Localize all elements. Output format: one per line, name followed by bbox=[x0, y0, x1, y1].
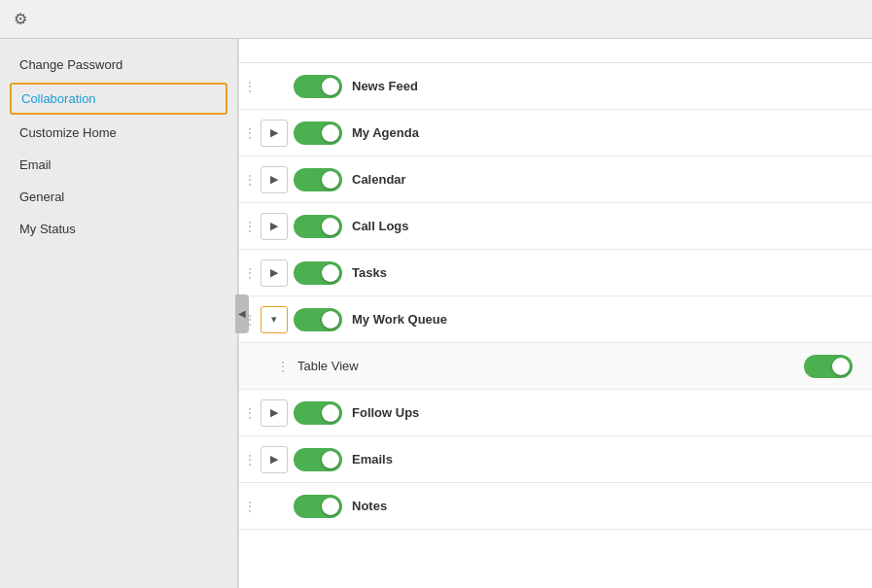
row-label-my-work-queue: My Work Queue bbox=[352, 312, 872, 327]
drag-handle-notes[interactable]: ⋮ bbox=[239, 500, 261, 513]
toggle-notes[interactable] bbox=[294, 495, 342, 518]
row-follow-ups: ⋮▶Follow Ups bbox=[239, 390, 872, 436]
toggle-sub-table-view[interactable] bbox=[804, 355, 853, 378]
drag-handle-tasks[interactable]: ⋮ bbox=[239, 266, 261, 280]
main-layout: Change PasswordCollaborationCustomize Ho… bbox=[0, 39, 872, 588]
sidebar-collapse-button[interactable]: ◀ bbox=[235, 294, 249, 333]
row-label-call-logs: Call Logs bbox=[352, 219, 872, 233]
row-label-news-feed: News Feed bbox=[352, 79, 872, 93]
row-calendar: ⋮▶Calendar bbox=[239, 156, 872, 203]
sub-row-table-view: ⋮Table View bbox=[239, 343, 872, 390]
toggle-my-agenda[interactable] bbox=[294, 121, 342, 145]
sidebar-item-change-password[interactable]: Change Password bbox=[0, 49, 237, 81]
toggle-calendar[interactable] bbox=[294, 168, 342, 191]
drag-handle-follow-ups[interactable]: ⋮ bbox=[239, 406, 261, 420]
expand-btn-follow-ups[interactable]: ▶ bbox=[261, 399, 288, 427]
header: ⚙ bbox=[0, 0, 872, 39]
row-label-tasks: Tasks bbox=[352, 265, 872, 280]
toggle-news-feed[interactable] bbox=[294, 75, 342, 98]
expand-btn-calendar[interactable]: ▶ bbox=[261, 166, 288, 193]
sidebar-item-general[interactable]: General bbox=[0, 181, 237, 213]
row-my-agenda: ⋮▶My Agenda bbox=[239, 110, 872, 156]
row-label-emails: Emails bbox=[352, 452, 872, 467]
drag-handle-news-feed[interactable]: ⋮ bbox=[239, 80, 261, 93]
sidebar-item-email[interactable]: Email bbox=[0, 149, 237, 181]
no-expand-notes bbox=[261, 493, 288, 520]
row-my-work-queue: ⋮▾My Work Queue bbox=[239, 296, 872, 343]
toggle-emails[interactable] bbox=[294, 448, 342, 471]
toggle-my-work-queue[interactable] bbox=[294, 308, 342, 331]
row-news-feed: ⋮News Feed bbox=[239, 63, 872, 110]
sidebar-item-customize-home[interactable]: Customize Home bbox=[0, 117, 237, 149]
preferences-icon: ⚙ bbox=[14, 10, 27, 28]
drag-handle-call-logs[interactable]: ⋮ bbox=[239, 220, 261, 233]
toggle-follow-ups[interactable] bbox=[294, 401, 342, 425]
row-tasks: ⋮▶Tasks bbox=[239, 250, 872, 296]
sidebar-item-my-status[interactable]: My Status bbox=[0, 213, 237, 245]
drag-handle-my-agenda[interactable]: ⋮ bbox=[239, 126, 261, 140]
no-expand-news-feed bbox=[261, 73, 288, 100]
content-title bbox=[239, 39, 872, 63]
row-label-notes: Notes bbox=[352, 499, 872, 513]
toggle-call-logs[interactable] bbox=[294, 215, 342, 238]
sidebar-item-collaboration[interactable]: Collaboration bbox=[10, 83, 227, 115]
sub-row-label-table-view: Table View bbox=[297, 359, 804, 373]
drag-handle-emails[interactable]: ⋮ bbox=[239, 453, 261, 467]
expand-btn-call-logs[interactable]: ▶ bbox=[261, 213, 288, 240]
drag-handle-sub-table-view[interactable]: ⋮ bbox=[268, 360, 297, 373]
sidebar: Change PasswordCollaborationCustomize Ho… bbox=[0, 39, 238, 588]
expand-btn-emails[interactable]: ▶ bbox=[261, 446, 288, 473]
expand-btn-tasks[interactable]: ▶ bbox=[261, 259, 288, 287]
drag-handle-calendar[interactable]: ⋮ bbox=[239, 173, 261, 187]
row-notes: ⋮Notes bbox=[239, 483, 872, 530]
content-area: ⋮News Feed⋮▶My Agenda⋮▶Calendar⋮▶Call Lo… bbox=[238, 39, 872, 588]
toggle-tasks[interactable] bbox=[294, 261, 342, 285]
expand-btn-my-work-queue[interactable]: ▾ bbox=[261, 306, 288, 333]
row-call-logs: ⋮▶Call Logs bbox=[239, 203, 872, 250]
expand-btn-my-agenda[interactable]: ▶ bbox=[261, 120, 288, 147]
row-label-follow-ups: Follow Ups bbox=[352, 405, 872, 420]
row-label-calendar: Calendar bbox=[352, 172, 872, 187]
row-emails: ⋮▶Emails bbox=[239, 436, 872, 483]
row-label-my-agenda: My Agenda bbox=[352, 125, 872, 140]
